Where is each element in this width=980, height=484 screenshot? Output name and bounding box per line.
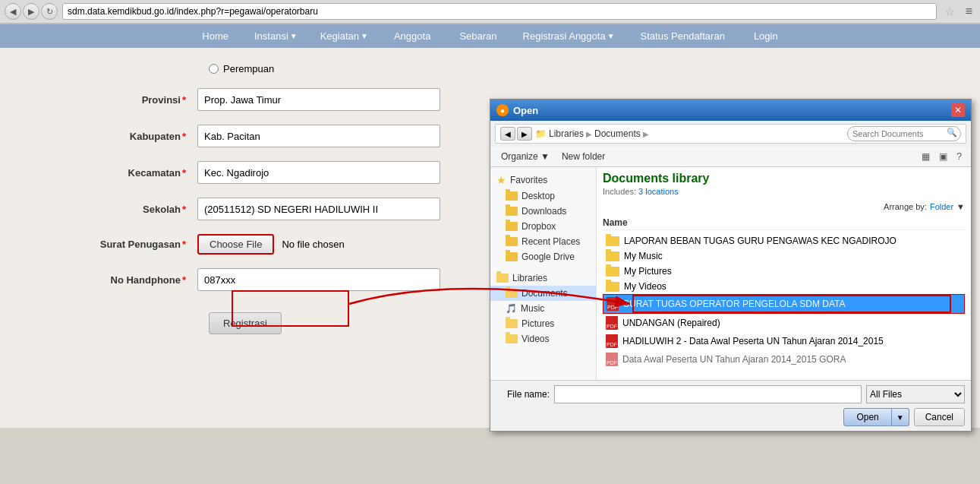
dialog-title-text: Open	[513, 105, 538, 116]
dialog-back-button[interactable]: ◀	[500, 127, 515, 141]
handphone-input[interactable]	[197, 268, 440, 291]
file-name-6: HADILUWIH 2 - Data Awal Peserta UN Tahun…	[622, 336, 884, 346]
registrasi-button[interactable]: Registrasi	[209, 312, 282, 334]
file-item-0[interactable]: LAPORAN BEBAN TUGAS GURU PENGAWAS KEC NG…	[603, 233, 965, 248]
file-item-2[interactable]: My Pictures	[603, 264, 965, 279]
nav-status-pendaftaran[interactable]: Status Pendaftaran	[638, 29, 728, 43]
sidebar-libraries[interactable]: Libraries	[490, 270, 596, 286]
sidebar-music-lib[interactable]: 🎵 Music	[490, 301, 596, 316]
pdf-icon-4	[607, 297, 619, 311]
documents-lib-icon	[506, 289, 518, 298]
open-btn-group: Open ▼	[843, 408, 909, 426]
music-icon: 🎵	[506, 303, 517, 314]
bookmark-icon: ☆	[941, 5, 958, 19]
preview-icon[interactable]: ▣	[936, 150, 950, 163]
reload-button[interactable]: ↻	[41, 3, 58, 20]
nav-home[interactable]: Home	[199, 29, 232, 43]
arrange-label: Arrange by:	[884, 202, 927, 211]
new-folder-button[interactable]: New folder	[557, 150, 610, 163]
back-button[interactable]: ◀	[5, 3, 21, 20]
nav-kegiatan[interactable]: Kegiatan▼	[320, 29, 368, 43]
surat-label: Surat Penugasan*	[61, 239, 197, 250]
arrange-bar: Arrange by: Folder ▼	[603, 202, 965, 211]
nav-anggota[interactable]: Anggota	[391, 29, 433, 43]
sekolah-label: Sekolah*	[61, 204, 197, 215]
filetype-select[interactable]: All Files	[866, 385, 965, 403]
browser-nav: ◀ ▶ ↻	[5, 3, 58, 20]
sidebar-pictures-lib[interactable]: Pictures	[490, 316, 596, 331]
dialog-buttons: Open ▼ Cancel	[496, 408, 965, 426]
dialog-addr-path: 📁 Libraries ▶ Documents ▶	[535, 128, 844, 139]
libraries-section: Libraries Documents 🎵 Music Pictures	[490, 270, 596, 346]
file-item-7[interactable]: Data Awal Peserta UN Tahun Ajaran 2014_2…	[603, 350, 965, 369]
locations-link[interactable]: 3 locations	[638, 187, 679, 196]
file-open-dialog: ● Open ✕ ◀ ▶ 📁 Libraries ▶ Documents ▶ 🔍	[490, 99, 972, 432]
documents-lib-label: Documents	[522, 288, 568, 299]
kecamatan-input[interactable]	[197, 161, 440, 184]
file-item-1[interactable]: My Music	[603, 248, 965, 264]
dialog-toolbar: Organize ▼ New folder ▦ ▣ ?	[490, 147, 971, 167]
pdf-icon-6	[606, 334, 618, 348]
page-wrapper: ◀ ▶ ↻ ☆ ≡ Home Instansi▼ Kegiatan▼ Anggo…	[0, 0, 980, 484]
file-item-4[interactable]: SURAT TUGAS OPERATOR PENGELOLA SDM DATA	[603, 294, 965, 314]
kabupaten-label: Kabupaten*	[61, 131, 197, 142]
nav-instansi[interactable]: Instansi▼	[254, 29, 298, 43]
dropbox-label: Dropbox	[522, 221, 556, 232]
file-name-1: My Music	[624, 251, 663, 261]
gender-perempuan-label: Perempuan	[223, 63, 274, 74]
sidebar-recent-places[interactable]: Recent Places	[490, 234, 596, 249]
dialog-addressbar: ◀ ▶ 📁 Libraries ▶ Documents ▶ 🔍	[495, 124, 966, 144]
dialog-close-button[interactable]: ✕	[951, 103, 965, 117]
sidebar-desktop[interactable]: Desktop	[490, 188, 596, 204]
provinsi-required: *	[182, 94, 186, 106]
cancel-button[interactable]: Cancel	[914, 408, 965, 426]
provinsi-input[interactable]	[197, 88, 440, 111]
file-name-2: My Pictures	[624, 266, 672, 277]
libraries-label: Libraries	[512, 273, 547, 283]
sidebar-favorites[interactable]: ★ Favorites	[490, 172, 596, 188]
sidebar-documents-lib[interactable]: Documents	[490, 286, 596, 301]
recent-places-icon	[506, 237, 518, 246]
choose-file-button[interactable]: Choose File	[197, 234, 274, 255]
dialog-body: ★ Favorites Desktop Downloads Dropbox	[490, 167, 971, 380]
gender-perempuan-radio[interactable]	[209, 64, 219, 74]
handphone-label: No Handphone*	[61, 274, 197, 286]
nav-registrasi-anggota[interactable]: Registrasi Anggota▼	[523, 29, 615, 43]
dialog-path-documents[interactable]: Documents	[594, 128, 641, 139]
pictures-lib-icon	[506, 319, 518, 328]
file-item-5[interactable]: UNDANGAN (Repaired)	[603, 314, 965, 332]
dialog-forward-button[interactable]: ▶	[517, 127, 532, 141]
nav-sebaran[interactable]: Sebaran	[456, 29, 499, 43]
dialog-path-sep2: ▶	[643, 130, 649, 138]
filename-input[interactable]	[554, 385, 862, 403]
file-item-3[interactable]: My Videos	[603, 279, 965, 294]
downloads-icon	[506, 207, 518, 216]
organize-button[interactable]: Organize ▼	[496, 150, 554, 163]
address-bar[interactable]	[62, 3, 937, 20]
favorites-icon: ★	[496, 174, 506, 186]
dialog-toolbar-left: Organize ▼ New folder	[496, 150, 610, 163]
sekolah-input[interactable]	[197, 198, 440, 220]
dialog-sidebar: ★ Favorites Desktop Downloads Dropbox	[490, 167, 597, 380]
sidebar-dropbox[interactable]: Dropbox	[490, 219, 596, 234]
search-input[interactable]	[847, 126, 961, 141]
help-icon[interactable]: ?	[953, 150, 965, 163]
file-name-7: Data Awal Peserta UN Tahun Ajaran 2014_2…	[622, 354, 846, 365]
dialog-title-icon: ●	[496, 104, 509, 116]
dialog-titlebar: ● Open ✕	[490, 100, 971, 121]
music-lib-label: Music	[521, 303, 544, 314]
folder-icon-1	[606, 251, 619, 261]
sidebar-videos-lib[interactable]: Videos	[490, 331, 596, 346]
open-button[interactable]: Open	[843, 408, 891, 426]
arrange-value[interactable]: Folder	[930, 202, 953, 211]
forward-button[interactable]: ▶	[23, 3, 39, 20]
kabupaten-input[interactable]	[197, 125, 440, 147]
recent-places-label: Recent Places	[522, 236, 580, 247]
dialog-path-libraries[interactable]: Libraries	[549, 128, 584, 139]
nav-login[interactable]: Login	[751, 29, 781, 43]
file-item-6[interactable]: HADILUWIH 2 - Data Awal Peserta UN Tahun…	[603, 332, 965, 350]
view-icon[interactable]: ▦	[919, 150, 933, 163]
open-dropdown-button[interactable]: ▼	[892, 408, 909, 426]
sidebar-google-drive[interactable]: Google Drive	[490, 249, 596, 264]
sidebar-downloads[interactable]: Downloads	[490, 204, 596, 219]
